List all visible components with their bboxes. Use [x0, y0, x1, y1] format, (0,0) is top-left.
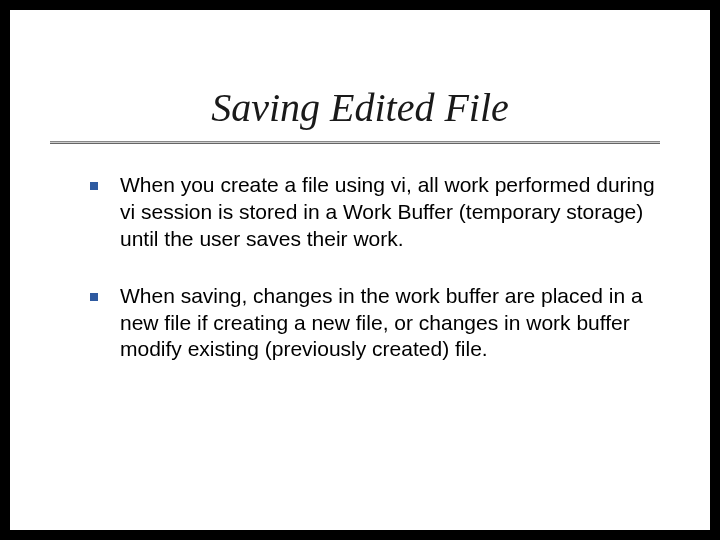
list-item: When you create a file using vi, all wor…: [90, 172, 660, 253]
bullet-text: When saving, changes in the work buffer …: [120, 284, 643, 361]
list-item: When saving, changes in the work buffer …: [90, 283, 660, 364]
slide: Saving Edited File When you create a fil…: [10, 10, 710, 530]
slide-title: Saving Edited File: [50, 84, 670, 131]
square-bullet-icon: [90, 293, 98, 301]
title-underline: [50, 141, 670, 144]
bullet-text: When you create a file using vi, all wor…: [120, 173, 655, 250]
square-bullet-icon: [90, 182, 98, 190]
bullet-list: When you create a file using vi, all wor…: [50, 172, 670, 363]
